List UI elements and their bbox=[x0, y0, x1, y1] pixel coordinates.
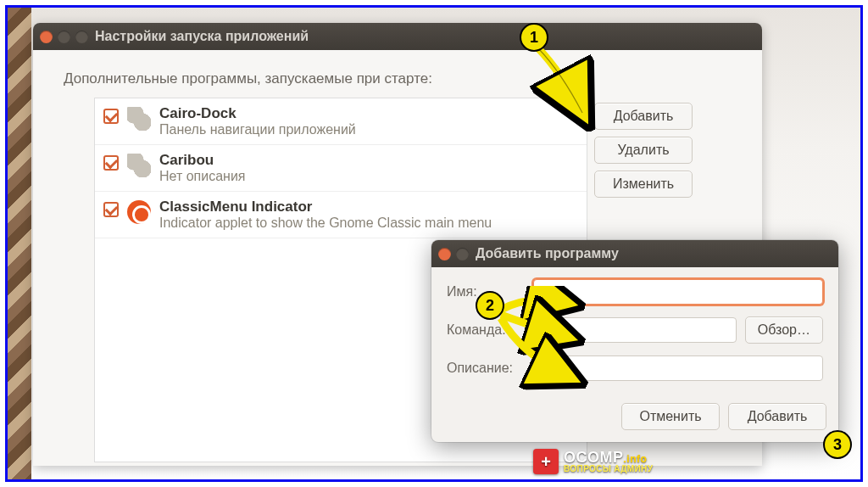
add-button[interactable]: Добавить bbox=[594, 103, 693, 130]
checkbox-icon[interactable] bbox=[103, 202, 119, 217]
list-item[interactable]: ClassicMenu Indicator Indicator applet t… bbox=[95, 192, 587, 238]
dialog-body: Имя: Команда: Обзор… Описание: bbox=[431, 267, 838, 396]
description-input[interactable] bbox=[533, 355, 823, 381]
plus-icon: + bbox=[541, 452, 551, 472]
dialog-add-button[interactable]: Добавить bbox=[728, 403, 826, 430]
annotation-badge-2: 2 bbox=[476, 291, 504, 320]
list-item[interactable]: Caribou Нет описания bbox=[95, 145, 587, 192]
description-label: Описание: bbox=[447, 361, 525, 376]
list-item-desc: Панель навигации приложений bbox=[159, 122, 356, 137]
ubuntu-icon bbox=[127, 200, 151, 224]
browse-button[interactable]: Обзор… bbox=[745, 316, 823, 344]
remove-button[interactable]: Удалить bbox=[594, 137, 693, 164]
watermark: + OCOMP.info ВОПРОСЫ АДМИНУ bbox=[533, 449, 653, 474]
watermark-sub: ВОПРОСЫ АДМИНУ bbox=[564, 465, 653, 473]
cancel-button[interactable]: Отменить bbox=[621, 403, 720, 430]
list-item-text: Cairo-Dock Панель навигации приложений bbox=[159, 105, 356, 137]
main-titlebar: Настройки запуска приложений bbox=[33, 23, 762, 50]
checkbox-icon[interactable] bbox=[103, 155, 119, 171]
checkbox-icon[interactable] bbox=[103, 109, 119, 124]
form-row-command: Команда: Обзор… bbox=[447, 316, 823, 344]
close-icon[interactable] bbox=[438, 248, 451, 260]
add-program-dialog: Добавить программу Имя: Команда: Обзор… … bbox=[431, 240, 838, 442]
list-item-desc: Indicator applet to show the Gnome Class… bbox=[159, 216, 492, 231]
gears-icon bbox=[127, 107, 151, 131]
dialog-buttons: Отменить Добавить bbox=[431, 396, 838, 442]
watermark-tld: .info bbox=[624, 453, 648, 465]
minimize-icon[interactable] bbox=[58, 31, 70, 43]
name-input[interactable] bbox=[533, 279, 823, 305]
watermark-domain-name: OCOMP bbox=[564, 449, 624, 466]
edit-button[interactable]: Изменить bbox=[594, 171, 693, 198]
list-item-text: Caribou Нет описания bbox=[159, 152, 246, 184]
list-item-title: Caribou bbox=[159, 152, 246, 169]
main-window-title: Настройки запуска приложений bbox=[95, 29, 309, 44]
background-decoration bbox=[8, 8, 31, 479]
window-controls bbox=[40, 31, 88, 43]
maximize-icon[interactable] bbox=[75, 31, 88, 43]
list-item-title: Cairo-Dock bbox=[159, 105, 356, 122]
list-item[interactable]: Cairo-Dock Панель навигации приложений bbox=[95, 98, 587, 145]
dialog-window-controls bbox=[438, 248, 469, 260]
list-item-title: ClassicMenu Indicator bbox=[159, 199, 492, 216]
watermark-text: OCOMP.info ВОПРОСЫ АДМИНУ bbox=[564, 450, 653, 473]
maximize-icon[interactable] bbox=[456, 248, 469, 260]
dialog-titlebar: Добавить программу bbox=[431, 240, 838, 267]
list-item-text: ClassicMenu Indicator Indicator applet t… bbox=[159, 199, 492, 231]
command-input[interactable] bbox=[533, 317, 737, 343]
annotation-badge-1: 1 bbox=[520, 23, 548, 52]
gears-icon bbox=[127, 154, 151, 177]
action-buttons: Добавить Удалить Изменить bbox=[594, 103, 693, 198]
startup-list-label: Дополнительные программы, запускаемые пр… bbox=[33, 50, 762, 98]
command-label: Команда: bbox=[447, 322, 525, 338]
watermark-domain: OCOMP.info bbox=[564, 450, 653, 465]
list-item-desc: Нет описания bbox=[159, 169, 246, 184]
annotation-badge-3: 3 bbox=[823, 430, 852, 459]
close-icon[interactable] bbox=[40, 31, 53, 43]
watermark-badge: + bbox=[533, 449, 559, 474]
dialog-title: Добавить программу bbox=[476, 246, 619, 261]
form-row-description: Описание: bbox=[447, 355, 823, 381]
outer-frame: Настройки запуска приложений Дополнитель… bbox=[5, 5, 863, 482]
